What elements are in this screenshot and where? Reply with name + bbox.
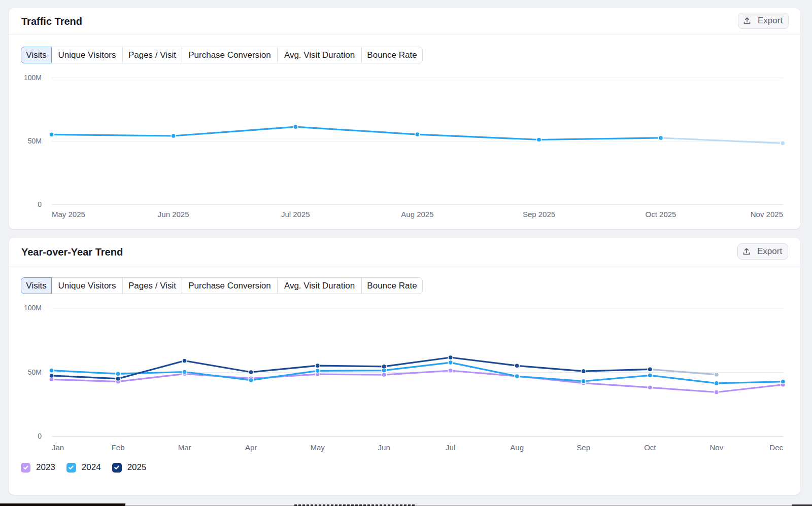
- svg-text:Jun: Jun: [378, 443, 390, 452]
- svg-text:Nov 2025: Nov 2025: [751, 210, 783, 219]
- svg-text:Aug: Aug: [510, 443, 524, 452]
- svg-text:50M: 50M: [28, 137, 42, 145]
- svg-text:Aug 2025: Aug 2025: [401, 210, 433, 219]
- svg-text:Sep: Sep: [577, 443, 590, 452]
- svg-text:0: 0: [38, 200, 42, 208]
- svg-text:Oct: Oct: [644, 443, 656, 452]
- svg-text:Dec: Dec: [769, 443, 783, 452]
- svg-text:100M: 100M: [24, 74, 42, 82]
- svg-text:Jul 2025: Jul 2025: [281, 210, 310, 219]
- svg-text:Oct 2025: Oct 2025: [646, 210, 676, 219]
- svg-text:Mar: Mar: [178, 443, 191, 452]
- svg-text:50M: 50M: [28, 368, 42, 376]
- svg-text:Nov: Nov: [709, 443, 723, 452]
- svg-text:100M: 100M: [24, 304, 42, 312]
- svg-text:May: May: [311, 443, 325, 452]
- svg-text:Jan: Jan: [52, 443, 64, 452]
- svg-text:Jul: Jul: [446, 443, 455, 452]
- svg-text:Feb: Feb: [112, 443, 125, 452]
- svg-text:0: 0: [38, 432, 42, 440]
- svg-text:Apr: Apr: [245, 443, 257, 452]
- svg-text:May 2025: May 2025: [52, 210, 85, 219]
- svg-text:Sep 2025: Sep 2025: [523, 210, 555, 219]
- svg-text:Jun 2025: Jun 2025: [158, 210, 189, 219]
